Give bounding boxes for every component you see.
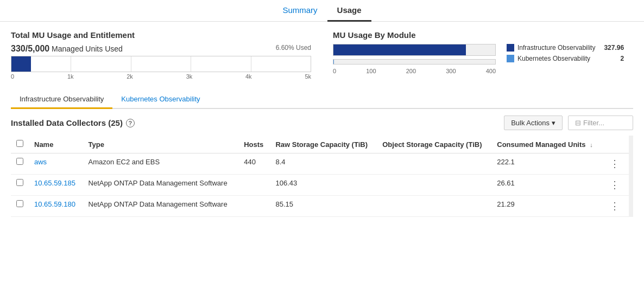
total-mu-section: Total MU Usage and Entitlement 330/5,000… bbox=[11, 30, 311, 80]
row-1-hosts: 440 bbox=[238, 153, 270, 175]
row-2-type: NetApp ONTAP Data Management Software bbox=[83, 175, 239, 196]
section-title-text: Installed Data Collectors (25) bbox=[11, 118, 123, 127]
row-2-name: 10.65.59.185 bbox=[29, 175, 83, 196]
row-3-object-storage bbox=[377, 196, 491, 217]
legend-color-infra bbox=[507, 44, 514, 52]
total-mu-bar bbox=[11, 56, 311, 72]
bar-label-5k: 5k bbox=[305, 73, 311, 80]
main-content: Total MU Usage and Entitlement 330/5,000… bbox=[0, 22, 644, 226]
row-3-name: 10.65.59.180 bbox=[29, 196, 83, 217]
section-header: Installed Data Collectors (25) ? Bulk Ac… bbox=[11, 116, 633, 130]
row-3-raw-storage: 85.15 bbox=[270, 196, 377, 217]
mu-percent: 6.60% Used bbox=[276, 44, 311, 52]
bar-divider-2 bbox=[71, 56, 131, 72]
col-header-type: Type bbox=[83, 136, 239, 153]
module-label-400: 400 bbox=[486, 68, 496, 74]
row-2-raw-storage: 106.43 bbox=[270, 175, 377, 196]
bar-label-1k: 1k bbox=[67, 73, 74, 80]
bar-divider-4 bbox=[191, 56, 251, 72]
legend-label-infra: Infrastructure Observability bbox=[517, 44, 595, 52]
module-axis-labels: 0 100 200 300 400 bbox=[333, 68, 496, 74]
tab-usage[interactable]: Usage bbox=[327, 0, 371, 22]
module-bar-bg-infra bbox=[333, 44, 496, 56]
legend-color-k8s bbox=[507, 55, 514, 62]
filter-icon: ⊟ bbox=[575, 119, 581, 127]
row-1-name-link[interactable]: aws bbox=[34, 158, 47, 166]
sub-tab-infra[interactable]: Infrastructure Observability bbox=[11, 91, 112, 109]
top-tabs: Summary Usage bbox=[0, 0, 644, 22]
bar-divider-3 bbox=[131, 56, 191, 72]
row-2-object-storage bbox=[377, 175, 491, 196]
bar-label-4k: 4k bbox=[245, 73, 252, 80]
col-header-name: Name bbox=[29, 136, 83, 153]
bulk-actions-chevron: ▾ bbox=[552, 119, 555, 127]
legend-value-k8s: 2 bbox=[620, 55, 624, 62]
bar-label-0: 0 bbox=[11, 73, 14, 80]
row-1-menu: ⋮ bbox=[602, 153, 629, 175]
mu-numbers: 330/5,000 Managed Units Used 6.60% Used bbox=[11, 44, 311, 54]
row-1-menu-icon[interactable]: ⋮ bbox=[608, 158, 622, 169]
select-all-checkbox[interactable] bbox=[16, 140, 23, 147]
bulk-actions-button[interactable]: Bulk Actions ▾ bbox=[504, 116, 563, 130]
mu-used-label: Managed Units Used bbox=[52, 44, 123, 53]
col-header-raw-storage: Raw Storage Capacity (TiB) bbox=[270, 136, 377, 153]
help-icon[interactable]: ? bbox=[126, 119, 135, 127]
col-header-hosts: Hosts bbox=[238, 136, 270, 153]
row-1-raw-storage: 8.4 bbox=[270, 153, 377, 175]
module-bar-fill-k8s bbox=[333, 60, 334, 64]
table-row: 10.65.59.180 NetApp ONTAP Data Managemen… bbox=[11, 196, 629, 217]
row-1-type: Amazon EC2 and EBS bbox=[83, 153, 239, 175]
row-3-type: NetApp ONTAP Data Management Software bbox=[83, 196, 239, 217]
module-label-0: 0 bbox=[333, 68, 336, 74]
row-2-name-link[interactable]: 10.65.59.185 bbox=[34, 179, 75, 187]
row-2-hosts bbox=[238, 175, 270, 196]
module-bar-fill-infra bbox=[333, 44, 466, 55]
table-head: Name Type Hosts Raw Storage Capacity (Ti… bbox=[11, 136, 629, 153]
row-1-object-storage bbox=[377, 153, 491, 175]
row-2-menu-icon[interactable]: ⋮ bbox=[608, 180, 622, 190]
bar-dividers bbox=[11, 56, 311, 72]
row-3-hosts bbox=[238, 196, 270, 217]
row-2-checkbox[interactable] bbox=[16, 179, 23, 186]
row-1-name: aws bbox=[29, 153, 83, 175]
charts-row: Total MU Usage and Entitlement 330/5,000… bbox=[11, 30, 633, 80]
row-2-menu: ⋮ bbox=[602, 175, 629, 196]
col-header-object-storage: Object Storage Capacity (TiB) bbox=[377, 136, 491, 153]
bar-labels: 0 1k 2k 3k 4k 5k bbox=[11, 73, 311, 80]
sub-tab-k8s[interactable]: Kubernetes Observability bbox=[112, 91, 209, 109]
table-header-row: Name Type Hosts Raw Storage Capacity (Ti… bbox=[11, 136, 629, 153]
module-bar-infra bbox=[333, 44, 496, 56]
col-header-actions bbox=[602, 136, 629, 153]
header-actions: Bulk Actions ▾ ⊟ Filter... bbox=[504, 116, 633, 130]
module-bar-k8s bbox=[333, 59, 496, 65]
row-3-menu-icon[interactable]: ⋮ bbox=[608, 201, 622, 211]
row-1-checkbox[interactable] bbox=[16, 158, 23, 165]
module-chart-area: 0 100 200 300 400 Infrastructure Observa… bbox=[333, 44, 633, 74]
module-chart-bars: 0 100 200 300 400 bbox=[333, 44, 496, 74]
row-3-name-link[interactable]: 10.65.59.180 bbox=[34, 200, 75, 208]
tab-summary[interactable]: Summary bbox=[273, 0, 327, 22]
legend-label-k8s: Kubernetes Observability bbox=[517, 55, 611, 62]
filter-button[interactable]: ⊟ Filter... bbox=[568, 116, 633, 130]
legend-value-infra: 327.96 bbox=[604, 44, 624, 52]
bar-label-2k: 2k bbox=[127, 73, 133, 80]
row-3-checkbox-cell bbox=[11, 196, 29, 217]
module-bar-bg-k8s bbox=[333, 59, 496, 65]
row-1-checkbox-cell bbox=[11, 153, 29, 175]
table-row: aws Amazon EC2 and EBS 440 8.4 222.1 ⋮ bbox=[11, 153, 629, 175]
mu-by-module-section: MU Usage By Module bbox=[333, 30, 633, 80]
section-title: Installed Data Collectors (25) ? bbox=[11, 118, 135, 127]
bar-chart-fill bbox=[11, 56, 31, 72]
module-label-100: 100 bbox=[366, 68, 376, 74]
col-header-consumed-mu[interactable]: Consumed Managed Units ↓ bbox=[491, 136, 602, 153]
row-1-consumed-mu: 222.1 bbox=[491, 153, 602, 175]
sort-icon: ↓ bbox=[590, 142, 593, 148]
legend-row-infra: Infrastructure Observability 327.96 bbox=[507, 44, 624, 52]
row-3-menu: ⋮ bbox=[602, 196, 629, 217]
row-2-consumed-mu: 26.61 bbox=[491, 175, 602, 196]
row-3-consumed-mu: 21.29 bbox=[491, 196, 602, 217]
module-legend: Infrastructure Observability 327.96 Kube… bbox=[507, 44, 624, 66]
mu-used-value: 330/5,000 bbox=[11, 44, 49, 53]
bulk-actions-label: Bulk Actions bbox=[511, 119, 550, 127]
row-3-checkbox[interactable] bbox=[16, 200, 23, 207]
